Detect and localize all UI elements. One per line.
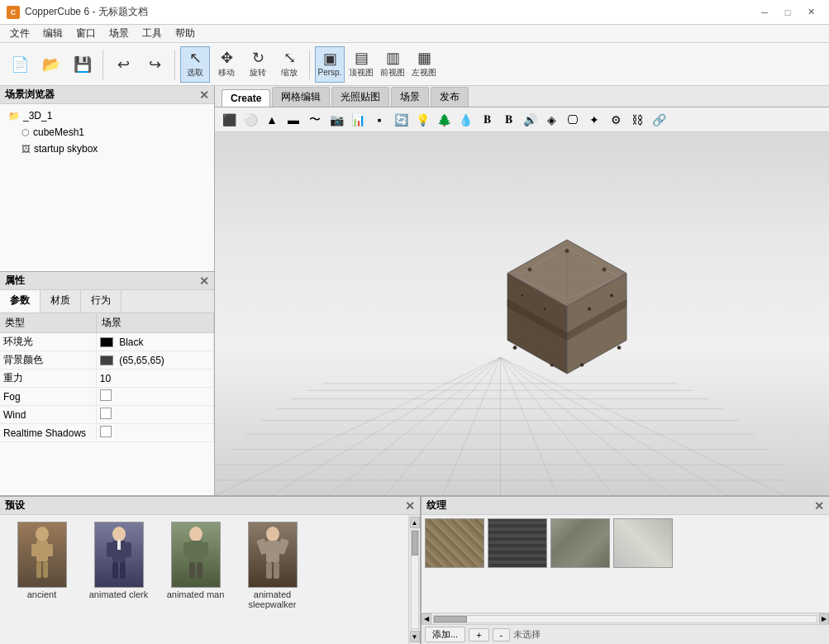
prop-value-gravity[interactable]: 10 — [96, 370, 213, 388]
create-water-btn[interactable]: 〜 — [306, 111, 324, 129]
scroll-thumb[interactable] — [412, 531, 418, 556]
app-icon: C — [7, 6, 20, 19]
close-button[interactable]: ✕ — [799, 4, 822, 21]
menu-item-编辑[interactable]: 编辑 — [36, 25, 69, 42]
texture-item-4[interactable] — [613, 518, 673, 568]
svg-line-10 — [215, 357, 500, 495]
create-misc3-btn[interactable]: 🔗 — [650, 111, 668, 129]
row-ambient[interactable]: 环境光 Black — [0, 333, 214, 351]
row-bgcolor[interactable]: 背景颜色 (65,65,65) — [0, 351, 214, 370]
vp-tab-mesh[interactable]: 网格编辑 — [272, 87, 330, 107]
preset-animated-sleepwalker[interactable]: animated sleepwalker — [237, 522, 307, 609]
create-vol-btn[interactable]: ◈ — [542, 111, 560, 129]
front-view[interactable]: ▥ 前视图 — [378, 46, 407, 83]
row-gravity[interactable]: 重力 10 — [0, 370, 214, 388]
texture-item-3[interactable] — [550, 518, 610, 568]
preset-animated-man[interactable]: animated man — [160, 522, 231, 599]
select-tool[interactable]: ↖ 选取 — [180, 46, 210, 83]
menu-item-帮助[interactable]: 帮助 — [169, 25, 202, 42]
menu-item-场景[interactable]: 场景 — [102, 25, 136, 42]
vp-tab-create[interactable]: Create — [222, 89, 270, 107]
h-scroll-thumb[interactable] — [434, 616, 467, 623]
tree-item-cubemesh[interactable]: ⬡ cubeMesh1 — [7, 124, 207, 141]
viewport-canvas[interactable]: .grid-h { stroke: #b0b0b0; stroke-width:… — [215, 132, 829, 495]
vp-tab-publish[interactable]: 发布 — [431, 87, 469, 107]
texture-item-1[interactable] — [425, 518, 484, 568]
textures-close[interactable]: ✕ — [814, 499, 824, 513]
scroll-up-arrow[interactable]: ▲ — [410, 517, 420, 528]
perspective-view[interactable]: ▣ Persp. — [315, 46, 345, 83]
svg-point-56 — [189, 527, 202, 541]
create-light-btn[interactable]: 💡 — [413, 111, 431, 129]
scroll-right-arrow[interactable]: ▶ — [819, 613, 829, 625]
menu-item-窗口[interactable]: 窗口 — [69, 25, 102, 42]
create-plane-btn[interactable]: ▬ — [284, 111, 303, 129]
scene-browser-close[interactable]: ✕ — [199, 88, 209, 102]
svg-point-62 — [266, 527, 279, 541]
add-texture-button[interactable]: 添加... — [425, 627, 465, 642]
scale-tool[interactable]: ⤡ 缩放 — [274, 46, 304, 83]
row-wind[interactable]: Wind — [0, 406, 214, 424]
create-camera-btn[interactable]: 📷 — [327, 111, 345, 129]
preset-label-clerk: animated clerk — [89, 589, 149, 599]
create-sound-btn[interactable]: 🔊 — [521, 111, 539, 129]
create-b1-btn[interactable]: 𝐁 — [478, 111, 496, 129]
menu-item-工具[interactable]: 工具 — [136, 25, 169, 42]
create-box-btn[interactable]: ▪ — [370, 111, 388, 129]
preset-ancient[interactable]: ancient — [7, 522, 77, 599]
remove-texture-button[interactable]: - — [493, 628, 511, 642]
preset-animated-clerk[interactable]: animated clerk — [83, 522, 154, 599]
row-realtime-shadows[interactable]: Realtime Shadows — [0, 424, 214, 442]
properties-close[interactable]: ✕ — [199, 274, 209, 288]
create-sphere-btn[interactable]: ⚪ — [241, 111, 260, 129]
create-animated-btn[interactable]: 🔄 — [392, 111, 410, 129]
svg-marker-22 — [507, 273, 567, 374]
create-screen-btn[interactable]: 🖵 — [564, 111, 582, 129]
presets-close[interactable]: ✕ — [405, 499, 415, 513]
prop-value-fog[interactable] — [96, 388, 213, 406]
row-fog[interactable]: Fog — [0, 388, 214, 406]
front-label: 前视图 — [380, 67, 405, 79]
add-texture-plus[interactable]: + — [469, 628, 488, 642]
top-view[interactable]: ▤ 顶视图 — [346, 46, 376, 83]
fog-checkbox[interactable] — [100, 389, 112, 401]
tab-materials[interactable]: 材质 — [40, 290, 81, 312]
move-tool[interactable]: ✥ 移动 — [212, 46, 241, 83]
minimize-button[interactable]: ─ — [753, 4, 776, 21]
texture-item-2[interactable] — [488, 518, 547, 568]
scroll-down-arrow[interactable]: ▼ — [410, 631, 420, 642]
prop-value-ambient[interactable]: Black — [96, 333, 213, 351]
create-cube-btn[interactable]: ⬛ — [220, 111, 238, 129]
left-view[interactable]: ▦ 左视图 — [409, 46, 439, 83]
presets-content: ancient — [0, 515, 420, 644]
wind-checkbox[interactable] — [100, 408, 112, 419]
redo-button[interactable]: ↪ — [140, 46, 169, 83]
create-particle-btn[interactable]: ✦ — [585, 111, 603, 129]
tree-item-3d1[interactable]: 📁 _3D_1 — [7, 107, 207, 124]
vp-tab-scene[interactable]: 场景 — [391, 87, 429, 107]
rotate-tool[interactable]: ↻ 旋转 — [243, 46, 273, 83]
create-misc2-btn[interactable]: ⛓ — [628, 111, 646, 129]
tab-behavior[interactable]: 行为 — [81, 290, 121, 312]
prop-value-wind[interactable] — [96, 406, 213, 424]
prop-value-realtime-shadows[interactable] — [96, 424, 213, 442]
prop-value-bgcolor[interactable]: (65,65,65) — [96, 351, 213, 370]
scroll-left-arrow[interactable]: ◀ — [422, 613, 431, 625]
save-button[interactable]: 💾 — [68, 46, 98, 83]
maximize-button[interactable]: □ — [776, 4, 799, 21]
realtime-shadows-checkbox[interactable] — [100, 426, 112, 437]
tree-item-skybox[interactable]: 🖼 startup skybox — [7, 141, 207, 157]
new-button[interactable]: 📄 — [5, 46, 35, 83]
create-b2-btn[interactable]: 𝐁 — [499, 111, 517, 129]
tab-params[interactable]: 参数 — [0, 290, 40, 312]
properties-panel: 属性 ✕ 参数 材质 行为 类型 场景 — [0, 272, 214, 495]
create-terrain-btn[interactable]: ▲ — [263, 111, 281, 129]
vp-tab-lightmap[interactable]: 光照贴图 — [331, 87, 389, 107]
create-tree-btn[interactable]: 🌲 — [435, 111, 453, 129]
create-water2-btn[interactable]: 💧 — [456, 111, 474, 129]
undo-button[interactable]: ↩ — [108, 46, 138, 83]
open-button[interactable]: 📂 — [36, 46, 66, 83]
menu-item-文件[interactable]: 文件 — [3, 25, 36, 42]
create-heightmap-btn[interactable]: 📊 — [349, 111, 367, 129]
create-misc1-btn[interactable]: ⚙ — [607, 111, 625, 129]
